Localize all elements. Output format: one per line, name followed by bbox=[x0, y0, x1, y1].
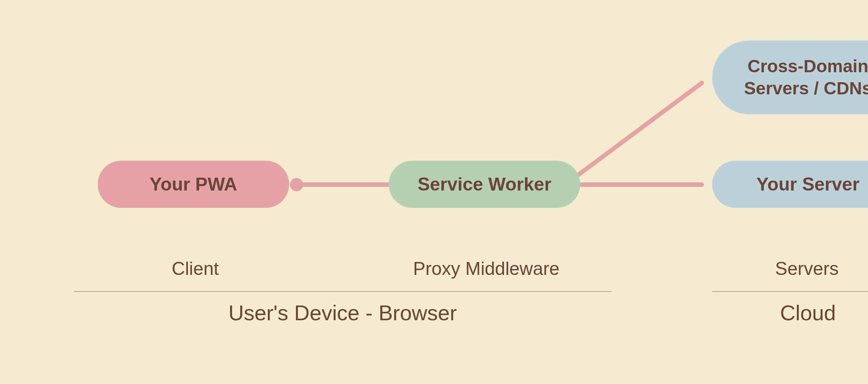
node-your-pwa: Your PWA bbox=[98, 161, 289, 208]
connector-dot bbox=[290, 178, 303, 191]
node-your-server-label: Your Server bbox=[756, 173, 860, 195]
diagram-stage: Your PWA Service Worker Cross-Domain Ser… bbox=[0, 0, 868, 384]
node-your-server: Your Server bbox=[712, 161, 868, 208]
group-rule-device bbox=[74, 291, 612, 292]
role-label-servers: Servers bbox=[718, 258, 868, 279]
node-your-pwa-label: Your PWA bbox=[150, 173, 237, 195]
connector-sw-to-crossdomain bbox=[577, 83, 702, 176]
node-service-worker: Service Worker bbox=[389, 161, 580, 208]
group-label-cloud: Cloud bbox=[712, 300, 868, 325]
group-rule-cloud bbox=[712, 291, 868, 292]
role-label-client: Client bbox=[107, 258, 284, 279]
role-label-proxy: Proxy Middleware bbox=[398, 258, 575, 279]
node-cross-domain-servers-label: Cross-Domain Servers / CDNs bbox=[744, 55, 868, 100]
node-service-worker-label: Service Worker bbox=[417, 173, 551, 195]
group-label-device: User's Device - Browser bbox=[74, 300, 612, 325]
node-cross-domain-servers: Cross-Domain Servers / CDNs bbox=[712, 41, 868, 114]
